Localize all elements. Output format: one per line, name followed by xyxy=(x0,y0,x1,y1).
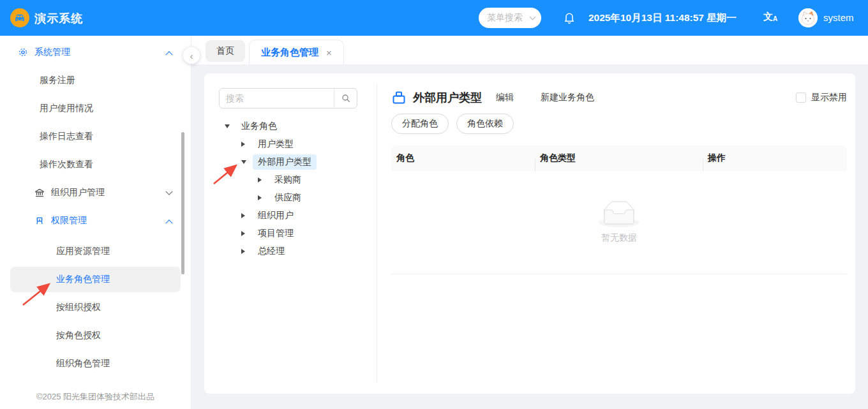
caret-right-icon[interactable] xyxy=(258,177,264,182)
tree-node-project-management[interactable]: 项目管理 xyxy=(204,225,377,242)
edit-link[interactable]: 编辑 xyxy=(496,92,514,103)
show-disabled-checkbox[interactable] xyxy=(796,93,806,103)
tab-business-role-management[interactable]: 业务角色管理 × xyxy=(249,40,344,64)
sidebar-collapse-button[interactable]: ‹ xyxy=(183,47,200,64)
panel-title: 外部用户类型 xyxy=(413,90,482,105)
sidebar-item-label: 操作次数查看 xyxy=(40,159,93,170)
sidebar-item-business-role-management[interactable]: 业务角色管理 xyxy=(10,267,181,292)
copyright-footer: ©2025 阳光集团体验技术部出品 xyxy=(0,391,191,403)
sidebar-item-permission-management[interactable]: 权限管理 xyxy=(10,208,181,234)
username-label[interactable]: system xyxy=(823,12,854,23)
sidebar-item-label: 按组织授权 xyxy=(56,302,101,313)
sidebar-item-auth-by-org[interactable]: 按组织授权 xyxy=(10,295,181,320)
tree-node-supplier[interactable]: 供应商 xyxy=(204,189,377,207)
role-type-icon xyxy=(391,90,407,105)
tab-label: 首页 xyxy=(216,45,234,57)
sidebar-item-label: 系统管理 xyxy=(34,47,70,58)
sidebar-item-label: 服务注册 xyxy=(40,75,75,86)
show-disabled-toggle[interactable]: 显示禁用 xyxy=(796,92,847,103)
column-header-role: 角色 xyxy=(391,152,535,164)
notification-bell-icon[interactable] xyxy=(563,11,576,24)
tree-node-business-role[interactable]: 业务角色 xyxy=(204,117,377,135)
table-header-row: 角色 角色类型 操作 xyxy=(391,145,847,171)
menu-search-placeholder: 菜单搜索 xyxy=(487,12,530,24)
content-card: 业务角色 用户类型 外部用户类型 采购商 供应商 xyxy=(204,73,855,394)
empty-box-icon xyxy=(599,201,640,227)
user-avatar[interactable] xyxy=(798,8,818,27)
sidebar-item-label: 按角色授权 xyxy=(56,330,101,341)
tree-node-user-type[interactable]: 用户类型 xyxy=(204,135,377,153)
sidebar-item-label: 操作日志查看 xyxy=(40,131,93,142)
chevron-up-icon xyxy=(167,216,172,226)
app-title: 演示系统 xyxy=(34,11,83,26)
sidebar-item-label: 组织用户管理 xyxy=(51,187,105,198)
translate-icon[interactable]: 文A xyxy=(763,11,777,23)
role-detail-panel: 外部用户类型 编辑 新建业务角色 显示禁用 分配角色 角色依赖 角色 角色类型 … xyxy=(377,73,855,394)
sidebar-item-label: 业务角色管理 xyxy=(56,274,110,285)
table-empty-state: 暂无数据 xyxy=(391,171,847,274)
role-tree-panel: 业务角色 用户类型 外部用户类型 采购商 供应商 xyxy=(204,73,377,394)
sidebar-item-label: 权限管理 xyxy=(51,215,87,227)
app-window: 演示系统 菜单搜索 2025年10月13日 11:48:57 星期一 文A xyxy=(0,0,868,409)
page-tab-bar: 首页 业务角色管理 × xyxy=(191,36,868,64)
sidebar-nav: 系统管理 服务注册 用户使用情况 操作日志查看 操作次数查看 组织用户管理 xyxy=(0,36,191,409)
chevron-down-icon xyxy=(530,14,536,20)
app-logo[interactable] xyxy=(10,8,29,27)
tree-node-purchaser[interactable]: 采购商 xyxy=(204,171,377,189)
sidebar-item-org-role-management[interactable]: 组织角色管理 xyxy=(10,351,181,376)
sidebar-item-system-management[interactable]: 系统管理 xyxy=(10,40,181,65)
sidebar-item-org-user-management[interactable]: 组织用户管理 xyxy=(10,180,181,205)
create-business-role-link[interactable]: 新建业务角色 xyxy=(541,92,594,103)
caret-right-icon[interactable] xyxy=(241,213,248,218)
gear-icon xyxy=(18,47,28,57)
role-tree: 业务角色 用户类型 外部用户类型 采购商 供应商 xyxy=(204,117,377,260)
caret-right-icon[interactable] xyxy=(258,195,264,200)
sidebar-item-user-usage[interactable]: 用户使用情况 xyxy=(10,96,181,121)
permission-icon xyxy=(34,216,45,226)
tab-label: 业务角色管理 xyxy=(261,47,318,59)
tree-node-org-user[interactable]: 组织用户 xyxy=(204,207,377,225)
sidebar-scrollbar[interactable] xyxy=(181,132,184,274)
caret-right-icon[interactable] xyxy=(241,249,248,254)
sidebar-item-service-registration[interactable]: 服务注册 xyxy=(10,68,181,93)
column-header-action: 操作 xyxy=(703,152,847,164)
close-icon[interactable]: × xyxy=(326,47,332,58)
sidebar-item-operation-log-view[interactable]: 操作日志查看 xyxy=(10,124,181,149)
tree-search-input[interactable] xyxy=(220,89,334,108)
caret-down-icon[interactable] xyxy=(225,124,231,128)
datetime-display: 2025年10月13日 11:48:57 星期一 xyxy=(588,11,748,25)
sidebar-item-label: 组织角色管理 xyxy=(56,358,110,369)
chevron-down-icon xyxy=(167,188,172,198)
bank-icon xyxy=(34,188,45,198)
collapse-icon: ‹ xyxy=(190,50,193,61)
sidebar-item-auth-by-role[interactable]: 按角色授权 xyxy=(10,323,181,348)
tree-search-box xyxy=(219,88,357,108)
sidebar-item-app-resource-management[interactable]: 应用资源管理 xyxy=(10,239,181,264)
sidebar-item-label: 应用资源管理 xyxy=(56,246,110,257)
menu-search-select[interactable]: 菜单搜索 xyxy=(479,8,541,28)
car-logo-icon xyxy=(13,11,27,25)
tree-node-general-manager[interactable]: 总经理 xyxy=(204,242,377,260)
sidebar-item-label: 用户使用情况 xyxy=(40,103,93,114)
search-icon[interactable] xyxy=(334,89,357,108)
caret-right-icon[interactable] xyxy=(241,231,248,236)
roles-table: 角色 角色类型 操作 暂无数据 xyxy=(391,145,847,274)
tree-node-external-user-type[interactable]: 外部用户类型 xyxy=(204,153,377,171)
column-header-role-type: 角色类型 xyxy=(535,152,703,164)
caret-right-icon[interactable] xyxy=(241,142,248,147)
assign-role-button[interactable]: 分配角色 xyxy=(391,114,449,134)
role-dependency-button[interactable]: 角色依赖 xyxy=(456,114,514,134)
top-header-bar: 演示系统 菜单搜索 2025年10月13日 11:48:57 星期一 文A xyxy=(0,0,868,36)
empty-text: 暂无数据 xyxy=(601,232,637,244)
sidebar-item-operation-count-view[interactable]: 操作次数查看 xyxy=(10,152,181,177)
show-disabled-label: 显示禁用 xyxy=(811,92,847,103)
chevron-up-icon xyxy=(167,47,172,57)
caret-down-icon[interactable] xyxy=(241,160,248,164)
tab-home[interactable]: 首页 xyxy=(206,40,245,62)
